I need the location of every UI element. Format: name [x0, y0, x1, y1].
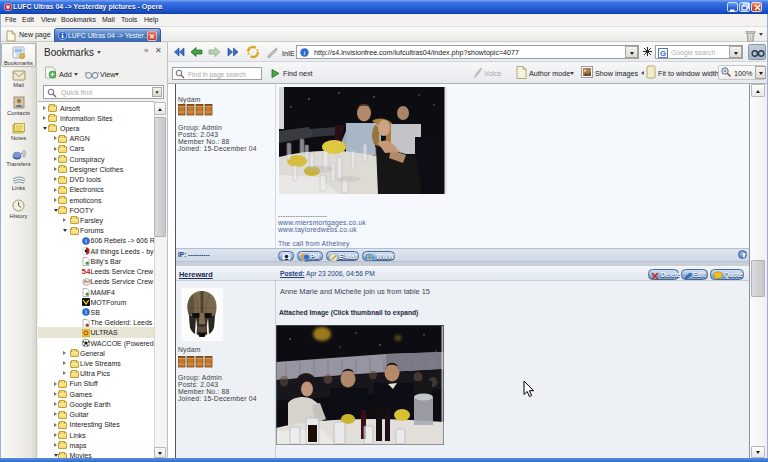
svg-text:i: i — [304, 49, 306, 57]
svg-text:i: i — [85, 309, 87, 316]
svg-text:G: G — [660, 49, 666, 58]
svg-text:i: i — [85, 237, 87, 244]
